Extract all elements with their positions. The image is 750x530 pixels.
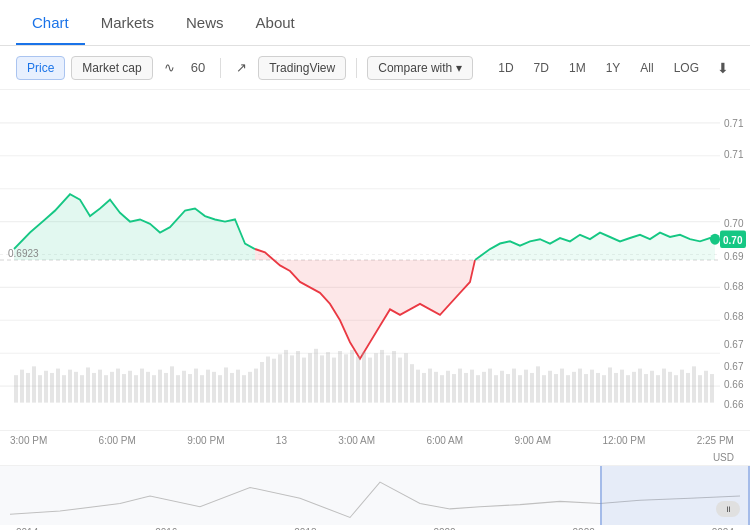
svg-rect-63 — [314, 349, 318, 403]
mini-chart[interactable]: ⏸ — [0, 465, 750, 525]
log-button[interactable]: LOG — [667, 57, 706, 79]
compare-button[interactable]: Compare with ▾ — [367, 56, 473, 80]
svg-rect-89 — [470, 370, 474, 403]
svg-rect-14 — [20, 370, 24, 403]
svg-rect-125 — [686, 373, 690, 403]
download-icon[interactable]: ⬇ — [712, 58, 734, 78]
svg-rect-96 — [512, 369, 516, 403]
x-label-7: 12:00 PM — [603, 435, 646, 448]
svg-rect-39 — [170, 366, 174, 402]
svg-rect-36 — [152, 375, 156, 402]
x-axis: 3:00 PM 6:00 PM 9:00 PM 13 3:00 AM 6:00 … — [0, 430, 750, 452]
svg-rect-114 — [620, 370, 624, 403]
svg-rect-58 — [284, 350, 288, 403]
price-button[interactable]: Price — [16, 56, 65, 80]
svg-rect-88 — [464, 373, 468, 403]
svg-rect-60 — [296, 351, 300, 403]
svg-rect-31 — [122, 374, 126, 403]
line-icon[interactable]: ∿ — [159, 57, 180, 78]
svg-rect-71 — [362, 352, 366, 402]
svg-text:0.70: 0.70 — [724, 218, 744, 229]
svg-rect-56 — [272, 359, 276, 403]
svg-rect-109 — [590, 370, 594, 403]
svg-rect-19 — [50, 373, 54, 403]
svg-rect-41 — [182, 371, 186, 403]
pause-button[interactable]: ⏸ — [716, 501, 740, 517]
svg-rect-98 — [524, 370, 528, 403]
svg-rect-82 — [428, 369, 432, 403]
svg-rect-30 — [116, 369, 120, 403]
svg-rect-94 — [500, 371, 504, 403]
svg-rect-62 — [308, 353, 312, 402]
svg-text:0.66: 0.66 — [724, 399, 744, 410]
svg-rect-61 — [302, 358, 306, 403]
svg-rect-124 — [680, 370, 684, 403]
x-label-2: 9:00 PM — [187, 435, 224, 448]
svg-rect-83 — [434, 372, 438, 403]
svg-marker-10 — [14, 194, 255, 260]
svg-rect-59 — [290, 355, 294, 402]
svg-rect-65 — [326, 352, 330, 402]
svg-text:0.71: 0.71 — [724, 149, 744, 160]
svg-rect-112 — [608, 367, 612, 402]
time-1m-button[interactable]: 1M — [562, 57, 593, 79]
svg-rect-121 — [662, 369, 666, 403]
toolbar: Price Market cap ∿ 60 ↗ TradingView Comp… — [0, 46, 750, 90]
svg-rect-49 — [230, 373, 234, 403]
svg-text:0.68: 0.68 — [724, 311, 744, 322]
svg-rect-122 — [668, 372, 672, 403]
svg-rect-107 — [578, 369, 582, 403]
tab-news[interactable]: News — [170, 2, 240, 45]
svg-rect-103 — [554, 374, 558, 403]
svg-rect-69 — [350, 350, 354, 403]
divider-1 — [220, 58, 221, 78]
svg-text:0.71: 0.71 — [724, 118, 744, 129]
tradingview-icon: ↗ — [231, 57, 252, 78]
usd-label: USD — [0, 452, 750, 465]
tradingview-button[interactable]: TradingView — [258, 56, 346, 80]
tab-chart[interactable]: Chart — [16, 2, 85, 45]
svg-text:0.6923: 0.6923 — [8, 247, 39, 258]
svg-rect-128 — [704, 371, 708, 403]
svg-rect-113 — [614, 373, 618, 403]
time-7d-button[interactable]: 7D — [527, 57, 556, 79]
svg-text:0.67: 0.67 — [724, 338, 744, 349]
time-1y-button[interactable]: 1Y — [599, 57, 628, 79]
candle-icon[interactable]: 60 — [186, 57, 210, 78]
svg-rect-52 — [248, 372, 252, 403]
svg-rect-38 — [164, 373, 168, 403]
svg-text:0.70: 0.70 — [723, 234, 743, 245]
divider-2 — [356, 58, 357, 78]
svg-rect-40 — [176, 375, 180, 402]
svg-rect-17 — [38, 375, 42, 402]
svg-rect-127 — [698, 375, 702, 402]
svg-rect-20 — [56, 369, 60, 403]
svg-rect-101 — [542, 375, 546, 402]
tab-markets[interactable]: Markets — [85, 2, 170, 45]
svg-rect-53 — [254, 369, 258, 403]
svg-rect-115 — [626, 375, 630, 402]
svg-rect-22 — [68, 370, 72, 403]
svg-rect-35 — [146, 372, 150, 403]
svg-rect-146 — [600, 466, 602, 525]
tab-about[interactable]: About — [240, 2, 311, 45]
svg-rect-75 — [386, 355, 390, 402]
svg-rect-129 — [710, 374, 714, 403]
svg-rect-86 — [452, 374, 456, 403]
market-cap-button[interactable]: Market cap — [71, 56, 152, 80]
compare-label: Compare with — [378, 61, 452, 75]
time-all-button[interactable]: All — [633, 57, 660, 79]
svg-rect-37 — [158, 370, 162, 403]
svg-rect-43 — [194, 369, 198, 403]
svg-rect-13 — [14, 375, 18, 402]
svg-rect-123 — [674, 375, 678, 402]
svg-point-130 — [710, 234, 720, 245]
svg-text:0.68: 0.68 — [724, 280, 744, 291]
svg-rect-105 — [566, 375, 570, 402]
time-1d-button[interactable]: 1D — [491, 57, 520, 79]
svg-rect-44 — [200, 375, 204, 402]
svg-rect-119 — [650, 371, 654, 403]
svg-rect-116 — [632, 372, 636, 403]
svg-rect-26 — [92, 373, 96, 403]
svg-rect-97 — [518, 375, 522, 402]
